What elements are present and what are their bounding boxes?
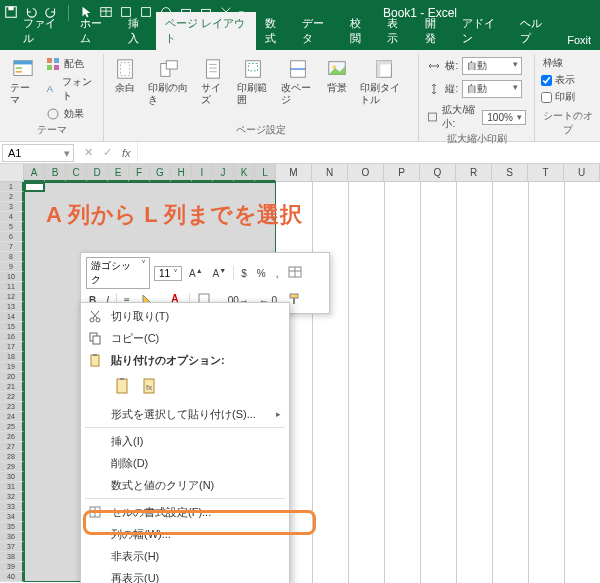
- percent-icon[interactable]: %: [254, 267, 269, 280]
- comma-icon[interactable]: ,: [273, 267, 282, 280]
- row-header-17[interactable]: 17: [0, 342, 24, 352]
- row-header-29[interactable]: 29: [0, 462, 24, 472]
- tab-home[interactable]: ホーム: [71, 12, 118, 50]
- row-header-40[interactable]: 40: [0, 572, 24, 582]
- increase-font-icon[interactable]: A▲: [186, 266, 206, 280]
- themes-button[interactable]: テーマ: [6, 56, 40, 108]
- tab-addins[interactable]: アドイン: [453, 12, 510, 50]
- menu-unhide[interactable]: 再表示(U): [81, 567, 289, 583]
- row-header-5[interactable]: 5: [0, 222, 24, 232]
- col-header-E[interactable]: E: [108, 164, 129, 182]
- row-headers[interactable]: 1234567891011121314151617181920212223242…: [0, 182, 24, 583]
- row-header-35[interactable]: 35: [0, 522, 24, 532]
- menu-copy[interactable]: コピー(C): [81, 327, 289, 349]
- col-header-G[interactable]: G: [150, 164, 171, 182]
- margins-button[interactable]: 余白: [110, 56, 140, 96]
- menu-paste-special[interactable]: 形式を選択して貼り付け(S)...: [81, 403, 289, 425]
- print-area-button[interactable]: 印刷範囲: [233, 56, 273, 108]
- row-header-16[interactable]: 16: [0, 332, 24, 342]
- col-header-A[interactable]: A: [24, 164, 45, 182]
- row-header-26[interactable]: 26: [0, 432, 24, 442]
- decrease-font-icon[interactable]: A▼: [210, 266, 230, 280]
- row-header-31[interactable]: 31: [0, 482, 24, 492]
- menu-clear[interactable]: 数式と値のクリア(N): [81, 474, 289, 496]
- breaks-button[interactable]: 改ページ: [277, 56, 317, 108]
- currency-icon[interactable]: $: [238, 267, 250, 280]
- row-header-21[interactable]: 21: [0, 382, 24, 392]
- row-header-19[interactable]: 19: [0, 362, 24, 372]
- view-checkbox[interactable]: 表示: [541, 73, 575, 87]
- tab-help[interactable]: ヘルプ: [511, 12, 558, 50]
- mini-font-select[interactable]: 游ゴシック: [86, 257, 150, 289]
- row-header-9[interactable]: 9: [0, 262, 24, 272]
- orientation-button[interactable]: 印刷の向き: [144, 56, 192, 108]
- row-header-6[interactable]: 6: [0, 232, 24, 242]
- row-header-4[interactable]: 4: [0, 212, 24, 222]
- col-header-P[interactable]: P: [384, 164, 420, 182]
- menu-insert[interactable]: 挿入(I): [81, 430, 289, 452]
- paste-option-1[interactable]: [111, 374, 135, 398]
- row-header-37[interactable]: 37: [0, 542, 24, 552]
- col-header-B[interactable]: B: [45, 164, 66, 182]
- col-header-U[interactable]: U: [564, 164, 600, 182]
- row-header-7[interactable]: 7: [0, 242, 24, 252]
- row-header-24[interactable]: 24: [0, 412, 24, 422]
- tab-view[interactable]: 表示: [378, 12, 416, 50]
- formula-input[interactable]: [137, 142, 600, 163]
- row-header-2[interactable]: 2: [0, 192, 24, 202]
- col-header-K[interactable]: K: [234, 164, 255, 182]
- row-header-30[interactable]: 30: [0, 472, 24, 482]
- row-header-1[interactable]: 1: [0, 182, 24, 192]
- row-header-23[interactable]: 23: [0, 402, 24, 412]
- menu-cut[interactable]: 切り取り(T): [81, 305, 289, 327]
- height-select[interactable]: 自動: [462, 80, 522, 98]
- fonts-button[interactable]: Aフォント: [44, 74, 97, 104]
- row-header-32[interactable]: 32: [0, 492, 24, 502]
- print-titles-button[interactable]: 印刷タイトル: [356, 56, 413, 108]
- background-button[interactable]: 背景: [322, 56, 352, 96]
- row-header-13[interactable]: 13: [0, 302, 24, 312]
- row-header-34[interactable]: 34: [0, 512, 24, 522]
- row-header-20[interactable]: 20: [0, 372, 24, 382]
- col-header-N[interactable]: N: [312, 164, 348, 182]
- colors-button[interactable]: 配色: [44, 56, 97, 72]
- col-header-M[interactable]: M: [276, 164, 312, 182]
- menu-column-width[interactable]: 列の幅(W)...: [81, 523, 289, 545]
- tab-review[interactable]: 校閲: [341, 12, 379, 50]
- tab-file[interactable]: ファイル: [14, 12, 71, 50]
- row-header-36[interactable]: 36: [0, 532, 24, 542]
- col-header-L[interactable]: L: [255, 164, 276, 182]
- menu-hide[interactable]: 非表示(H): [81, 545, 289, 567]
- size-button[interactable]: サイズ: [197, 56, 229, 108]
- tab-page-layout[interactable]: ページ レイアウト: [156, 12, 255, 50]
- col-header-D[interactable]: D: [87, 164, 108, 182]
- row-header-27[interactable]: 27: [0, 442, 24, 452]
- col-header-O[interactable]: O: [348, 164, 384, 182]
- column-headers[interactable]: ABCDEFGHIJKLMNOPQRSTUVWX: [24, 164, 600, 182]
- tab-formulas[interactable]: 数式: [256, 12, 294, 50]
- col-header-Q[interactable]: Q: [420, 164, 456, 182]
- col-header-H[interactable]: H: [171, 164, 192, 182]
- row-header-8[interactable]: 8: [0, 252, 24, 262]
- row-header-39[interactable]: 39: [0, 562, 24, 572]
- col-header-I[interactable]: I: [192, 164, 213, 182]
- col-header-F[interactable]: F: [129, 164, 150, 182]
- fx-icon[interactable]: fx: [122, 147, 137, 159]
- table-format-icon[interactable]: [285, 264, 305, 282]
- row-header-12[interactable]: 12: [0, 292, 24, 302]
- menu-format-cells[interactable]: セルの書式設定(F)...: [81, 501, 289, 523]
- row-header-28[interactable]: 28: [0, 452, 24, 462]
- tab-insert[interactable]: 挿入: [119, 12, 157, 50]
- mini-size-select[interactable]: 11: [154, 266, 182, 281]
- row-header-3[interactable]: 3: [0, 202, 24, 212]
- print-checkbox[interactable]: 印刷: [541, 90, 575, 104]
- row-header-25[interactable]: 25: [0, 422, 24, 432]
- col-header-R[interactable]: R: [456, 164, 492, 182]
- width-select[interactable]: 自動: [462, 57, 522, 75]
- row-header-11[interactable]: 11: [0, 282, 24, 292]
- row-header-18[interactable]: 18: [0, 352, 24, 362]
- row-header-15[interactable]: 15: [0, 322, 24, 332]
- name-box[interactable]: A1: [2, 144, 74, 162]
- col-header-J[interactable]: J: [213, 164, 234, 182]
- row-header-38[interactable]: 38: [0, 552, 24, 562]
